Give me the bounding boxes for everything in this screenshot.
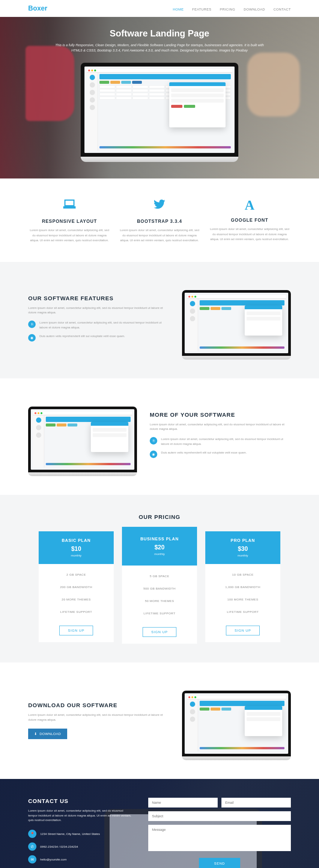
benefit-desc: Lorem ipsum dolor sit amet, consectetur … — [208, 227, 291, 242]
email-icon: ✉ — [28, 855, 36, 863]
benefit-title: BOOTSTRAP 3.3.4 — [118, 219, 201, 224]
hero: Software Landing Page This is a fully Re… — [0, 17, 319, 178]
bullet-text: Duis autem velis reprehenderit elit sui … — [39, 334, 125, 339]
phone-icon: ✆ — [28, 842, 36, 851]
download-button[interactable]: ⬇DOWNLOAD — [28, 729, 67, 739]
email-input[interactable] — [221, 798, 291, 808]
map-pin-icon: 📍 — [28, 830, 36, 838]
plan-name: BASIC PLAN — [42, 538, 111, 543]
signup-button[interactable]: SIGN UP — [226, 626, 260, 635]
bullet-icon: ⎘ — [28, 321, 36, 328]
pricing-section: OUR PRICING BASIC PLAN$10monthly 2 GB SP… — [0, 495, 319, 662]
plan-period: monthly — [208, 554, 277, 557]
nav-features[interactable]: FEATURES — [192, 8, 211, 11]
bullet-icon: ◉ — [28, 334, 36, 342]
plan-feature: 10 GB SPACE — [205, 569, 280, 581]
benefit-font: A GOOGLE FONT Lorem ipsum dolor sit amet… — [208, 197, 291, 243]
subject-input[interactable] — [148, 811, 291, 821]
plan-feature: 1,000 GB BANDWIDTH — [205, 581, 280, 593]
main-nav: HOME FEATURES PRICING DOWNLOAD CONTACT — [166, 5, 291, 12]
plan-price: $20 — [125, 544, 194, 551]
nav-contact[interactable]: CONTACT — [274, 8, 291, 11]
message-input[interactable] — [148, 825, 291, 851]
plan-feature: 5 GB SPACE — [122, 570, 197, 582]
benefit-bootstrap: BOOTSTRAP 3.3.4 Lorem ipsum dolor sit am… — [118, 197, 201, 243]
download-desc: Lorem ipsum dolor sit amet, consectetur … — [28, 713, 169, 723]
feature-title: MORE OF YOUR SOFTWARE — [150, 411, 291, 418]
download-section: DOWNLOAD OUR SOFTWARE Lorem ipsum dolor … — [0, 662, 319, 779]
benefit-title: GOOGLE FONT — [208, 218, 291, 223]
signup-button[interactable]: SIGN UP — [59, 626, 93, 635]
nav-download[interactable]: DOWNLOAD — [244, 8, 265, 11]
plan-name: PRO PLAN — [208, 538, 277, 543]
plan-feature: 500 GB BANDWIDTH — [122, 582, 197, 595]
contact-phone: 0992-234234 / 0234-234234 — [40, 845, 78, 848]
feature-laptop-mockup — [182, 290, 291, 360]
font-icon: A — [208, 197, 291, 213]
bullet-text: Lorem ipsum dolor sit amet, consectetur … — [39, 321, 169, 330]
plan-business: BUSINESS PLAN$20monthly 5 GB SPACE 500 G… — [122, 527, 197, 644]
features-section-1: OUR SOFTWARE FEATURES Lorem ipsum dolor … — [0, 262, 319, 378]
feature-desc: Lorem ipsum dolor sit amet, consectetur … — [28, 306, 169, 316]
plan-feature: 50 MORE THEMES — [122, 595, 197, 607]
logo[interactable]: Boxer — [28, 5, 47, 12]
signup-button[interactable]: SIGN UP — [143, 627, 176, 637]
plan-feature: 2 GB SPACE — [39, 569, 114, 581]
features-section-2: MORE OF YOUR SOFTWARE Lorem ipsum dolor … — [0, 378, 319, 495]
bullet-text: Lorem ipsum dolor sit amet, consectetur … — [161, 437, 291, 447]
benefits-section: RESPONSIVE LAYOUT Lorem ipsum dolor sit … — [28, 178, 291, 262]
benefit-desc: Lorem ipsum dolor sit amet, consectetur … — [28, 228, 111, 243]
feature-title: OUR SOFTWARE FEATURES — [28, 295, 169, 301]
plan-price: $30 — [208, 546, 277, 552]
contact-title: CONTACT US — [28, 798, 133, 804]
bullet-icon: ⎘ — [150, 437, 157, 445]
contact-email: hello@yoursite.com — [40, 858, 66, 861]
bullet-icon: ◉ — [150, 451, 157, 458]
benefit-desc: Lorem ipsum dolor sit amet, consectetur … — [118, 228, 201, 243]
nav-pricing[interactable]: PRICING — [220, 8, 235, 11]
plan-feature: LIFETIME SUPPORT — [39, 606, 114, 618]
bullet-text: Duis autem velis reprehenderit elit sui … — [161, 451, 247, 455]
contact-desc: Lorem ipsum dolor sit amet, consectetur … — [28, 809, 133, 823]
download-title: DOWNLOAD OUR SOFTWARE — [28, 702, 169, 708]
plan-period: monthly — [42, 554, 111, 557]
plan-period: monthly — [125, 552, 194, 556]
benefit-title: RESPONSIVE LAYOUT — [28, 219, 111, 224]
hero-title: Software Landing Page — [110, 28, 209, 39]
plan-basic: BASIC PLAN$10monthly 2 GB SPACE 200 GB B… — [39, 531, 114, 642]
plan-price: $10 — [42, 546, 111, 552]
contact-form: SEND — [148, 798, 291, 868]
send-button[interactable]: SEND — [199, 858, 240, 868]
contact-section: CONTACT US Lorem ipsum dolor sit amet, c… — [0, 779, 319, 868]
feature-laptop-mockup — [28, 407, 137, 476]
plan-feature: 200 GB BANDWIDTH — [39, 581, 114, 593]
download-laptop-mockup — [182, 691, 291, 760]
hero-subtitle: This is a fully Responsive, Clean Design… — [54, 42, 265, 53]
header: Boxer HOME FEATURES PRICING DOWNLOAD CON… — [28, 0, 291, 17]
pricing-title: OUR PRICING — [28, 514, 291, 520]
plan-feature: LIFETIME SUPPORT — [205, 606, 280, 618]
benefit-responsive: RESPONSIVE LAYOUT Lorem ipsum dolor sit … — [28, 197, 111, 243]
nav-home[interactable]: HOME — [173, 8, 184, 11]
plan-feature: LIFETIME SUPPORT — [122, 607, 197, 620]
twitter-icon — [118, 197, 201, 214]
plan-name: BUSINESS PLAN — [125, 537, 194, 541]
contact-address: 1234 Street Name, City Name, United Stat… — [40, 832, 100, 836]
plan-pro: PRO PLAN$30monthly 10 GB SPACE 1,000 GB … — [205, 531, 280, 642]
name-input[interactable] — [148, 798, 218, 808]
laptop-icon — [28, 197, 111, 214]
hero-laptop-mockup — [81, 63, 238, 162]
plan-feature: 100 MORE THEMES — [205, 593, 280, 606]
feature-desc: Lorem ipsum dolor sit amet, consectetur … — [150, 422, 291, 432]
plan-feature: 20 MORE THEMES — [39, 593, 114, 606]
download-icon: ⬇ — [34, 732, 38, 736]
